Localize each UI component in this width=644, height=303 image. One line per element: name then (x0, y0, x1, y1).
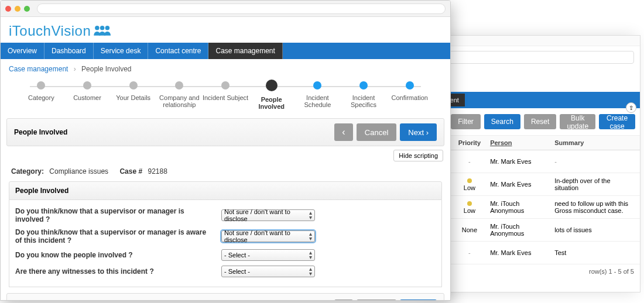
wizard-step-incident-schedule[interactable]: Incident Schedule (294, 81, 341, 108)
cancel-button-footer[interactable]: Cancel (357, 299, 396, 301)
question-row: Do you think/know that a supervisor or m… (15, 226, 436, 247)
back-toolbar: 15 ▲▼ Filter Search Reset Bulk update Cr… (424, 108, 640, 136)
case-meta: Category: Compliance issues Case # 92188 (1, 165, 450, 178)
question-label: Do you know the people involved ? (15, 251, 214, 259)
close-icon[interactable] (5, 6, 11, 12)
logo-text: iTouchVision (9, 23, 91, 39)
wizard-step-customer[interactable]: Customer (64, 81, 111, 101)
question-label: Are there any witnesses to this incident… (15, 267, 214, 276)
question-row: Are there any witnesses to this incident… (15, 263, 436, 280)
question-select[interactable]: - Select -▴▾ (221, 266, 315, 277)
back-nav-bar: agement (424, 92, 640, 108)
pin-icon[interactable]: ⇪ (626, 102, 636, 113)
hide-scripting-toggle[interactable]: Hide scripting (393, 150, 443, 161)
table-row[interactable]: iOpenNoneMr. iTouch Anonymouslots of iss… (424, 219, 640, 242)
wizard-step-category[interactable]: Category (18, 81, 64, 101)
chevron-right-icon: › (74, 65, 76, 73)
table-row[interactable]: iOpenLowMr. Mark EvesIn-depth over of th… (424, 173, 640, 196)
next-button-footer[interactable]: Next › (400, 299, 437, 301)
table-row[interactable]: iOpen-Mr. Mark EvesTest (424, 242, 640, 264)
reset-button[interactable]: Reset (524, 114, 556, 129)
address-bar[interactable] (37, 4, 446, 14)
svg-point-1 (100, 25, 105, 30)
section-header: People Involved (9, 181, 442, 200)
meta-case-value: 92188 (148, 167, 167, 175)
search-button[interactable]: Search (484, 114, 520, 129)
col-person[interactable]: Person (485, 136, 550, 150)
meta-category-key: Category: (11, 167, 44, 175)
question-label: Do you think/know that a supervisor or m… (15, 228, 214, 245)
create-case-button[interactable]: Create case (599, 114, 635, 129)
breadcrumb: Case management › People Involved (1, 59, 450, 79)
svg-point-0 (95, 25, 100, 30)
col-priority[interactable]: Priority (454, 136, 486, 150)
maximize-icon[interactable] (24, 6, 30, 12)
nav-item-case-management[interactable]: Case management (208, 43, 282, 59)
col-summary[interactable]: Summary (550, 136, 640, 150)
background-window: agement 15 ▲▼ Filter Search Reset Bulk u… (424, 35, 640, 292)
breadcrumb-leaf: People Involved (81, 65, 131, 73)
table-row[interactable]: iOpen-Mr. Mark Eves- (424, 150, 640, 173)
wizard-step-company-and-relationship[interactable]: Company and relationship (156, 81, 203, 108)
question-row: Do you think/know that a supervisor or m… (15, 205, 436, 226)
table-row[interactable]: iOpenLowMr. iTouch Anonymousneed to foll… (424, 196, 640, 219)
question-select[interactable]: - Select -▴▾ (221, 249, 315, 261)
minimize-icon[interactable] (15, 6, 20, 12)
main-nav: OverviewDashboardService deskContact cen… (1, 43, 450, 59)
next-button[interactable]: Next › (400, 123, 437, 141)
cancel-button[interactable]: Cancel (357, 123, 396, 141)
panel-footer: ‹ Cancel Next › (6, 293, 444, 301)
panel-header: People Involved ‹ Cancel Next › (6, 118, 444, 146)
question-select[interactable]: Not sure / don't want to disclose▴▾ (221, 230, 315, 242)
meta-category-value: Compliance issues (49, 167, 108, 175)
back-button-footer[interactable]: ‹ (334, 299, 353, 301)
wizard-step-incident-specifics[interactable]: Incident Specifics (341, 81, 387, 108)
panel-title: People Involved (14, 128, 67, 136)
wizard-step-people-involved[interactable]: People Involved (248, 81, 294, 110)
wizard-step-confirmation[interactable]: Confirmation (386, 81, 433, 101)
question-select[interactable]: Not sure / don't want to disclose▴▾ (221, 209, 315, 221)
nav-item-service-desk[interactable]: Service desk (94, 43, 149, 59)
foreground-window: iTouchVision OverviewDashboardService de… (0, 0, 451, 301)
wizard-stepper: CategoryCustomerYour DetailsCompany and … (1, 79, 450, 116)
filter-button[interactable]: Filter (451, 114, 481, 129)
nav-item-overview[interactable]: Overview (1, 43, 44, 59)
brand: iTouchVision (1, 17, 450, 43)
form-people-involved: Do you think/know that a supervisor or m… (9, 200, 442, 287)
breadcrumb-root[interactable]: Case management (9, 65, 68, 73)
window-titlebar (1, 1, 450, 17)
nav-item-contact-centre[interactable]: Contact centre (148, 43, 208, 59)
wizard-step-incident-subject[interactable]: Incident Subject (203, 81, 249, 101)
cases-table: Status Priority Person Summary iOpen-Mr.… (424, 136, 640, 264)
back-button[interactable]: ‹ (334, 123, 353, 141)
url-bar[interactable] (430, 51, 634, 64)
wizard-step-your-details[interactable]: Your Details (110, 81, 156, 101)
bulk-update-button[interactable]: Bulk update (560, 114, 595, 129)
meta-case-key: Case # (119, 167, 142, 175)
question-row: Do you know the people involved ?- Selec… (15, 247, 436, 263)
nav-item-dashboard[interactable]: Dashboard (44, 43, 94, 59)
question-label: Do you think/know that a supervisor or m… (15, 207, 214, 223)
svg-point-2 (105, 25, 110, 30)
table-footer: row(s) 1 - 5 of 5 (424, 264, 640, 278)
people-icon (93, 24, 111, 39)
